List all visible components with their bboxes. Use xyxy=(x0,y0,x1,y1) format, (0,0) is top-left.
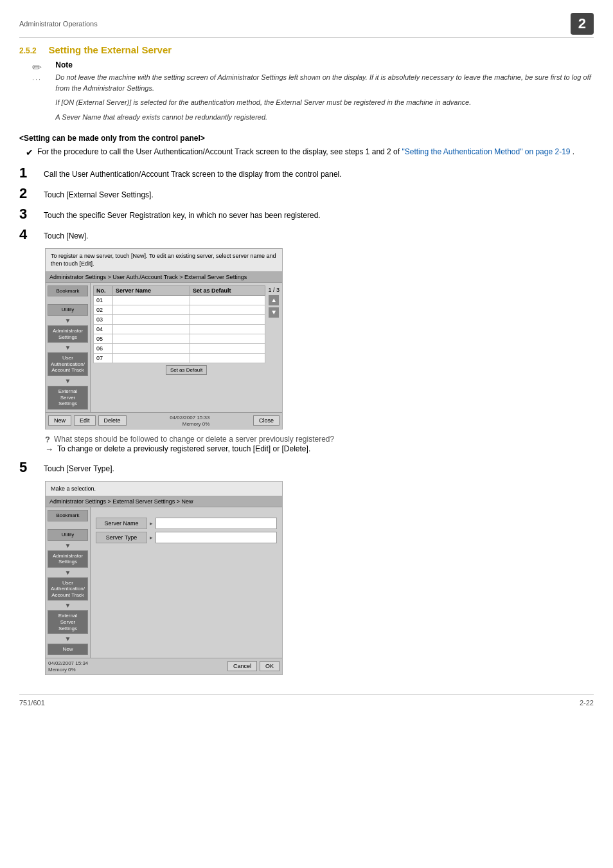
auth-method-link[interactable]: "Setting the Authentication Method" on p… xyxy=(402,147,570,156)
sc1-action-buttons: New Edit Delete xyxy=(48,415,127,426)
question-icon: ? xyxy=(45,435,50,444)
qa-question: ? What steps should be followed to chang… xyxy=(45,435,594,444)
sc2-datetime: 04/02/2007 15:34 xyxy=(48,660,88,666)
qa-answer-text: To change or delete a previously registe… xyxy=(57,444,310,454)
sc1-scroll-down-btn[interactable]: ▼ xyxy=(269,307,279,318)
table-row[interactable]: 02 xyxy=(94,305,265,314)
sc2-action-buttons: Cancel OK xyxy=(227,661,280,671)
sc1-table: No. Server Name Set as Default 01 02 03 … xyxy=(93,285,265,363)
step-4: 4 Touch [New]. xyxy=(19,228,594,242)
sc1-breadcrumb: Administrator Settings > User Auth./Acco… xyxy=(46,272,282,283)
footer-right: 2-22 xyxy=(580,699,594,707)
sc1-sidebar: Bookmark Utility ▼ Administrator Setting… xyxy=(46,283,91,412)
bullet-item: ✔ For the procedure to call the User Aut… xyxy=(26,147,594,159)
sc1-new-btn[interactable]: New xyxy=(48,415,71,426)
sc1-bookmark-btn[interactable]: Bookmark xyxy=(48,285,88,297)
dots-decoration: ··· xyxy=(32,75,42,83)
step-2: 2 Touch [External Sever Settings]. xyxy=(19,186,594,201)
note-block: ✏ ··· Note Do not leave the machine with… xyxy=(32,60,594,126)
step-2-text: Touch [External Sever Settings]. xyxy=(44,186,154,201)
table-row[interactable]: 05 xyxy=(94,334,265,343)
sc2-server-type-label: Server Type xyxy=(96,532,147,543)
sc2-arrow-2: ▼ xyxy=(48,569,88,576)
step-2-number: 2 xyxy=(19,186,37,201)
note-title: Note xyxy=(55,60,594,69)
sc1-col-server: Server Name xyxy=(113,285,190,295)
sc1-col-default: Set as Default xyxy=(190,285,265,295)
sc2-server-name-input[interactable] xyxy=(155,518,277,529)
sc1-user-btn[interactable]: User Authentication/ Account Track xyxy=(48,352,88,376)
step-4-number: 4 xyxy=(19,228,37,242)
sc2-server-name-arrow: ▸ xyxy=(150,520,153,527)
sc1-utility-btn[interactable]: Utility xyxy=(48,304,88,316)
sc1-datetime: 04/02/2007 15:33 xyxy=(170,415,209,420)
step-3-text: Touch the specific Sever Registration ke… xyxy=(44,207,321,221)
note-line-2: If [ON (External Server)] is selected fo… xyxy=(55,97,594,108)
sc2-server-name-label: Server Name xyxy=(96,518,147,529)
sc1-external-btn[interactable]: External Server Settings xyxy=(48,386,88,410)
table-row[interactable]: 04 xyxy=(94,324,265,334)
sc2-arrow-3: ▼ xyxy=(48,602,88,609)
sc1-close-btn[interactable]: Close xyxy=(253,415,280,426)
table-row[interactable]: 01 xyxy=(94,295,265,305)
sc2-bottom-bar: 04/02/2007 15:34 Memory 0% Cancel OK xyxy=(46,658,282,674)
header-bar: Administrator Operations 2 xyxy=(19,13,594,38)
sc1-pagination: 1 / 3 xyxy=(268,287,280,293)
footer-left: 751/601 xyxy=(19,699,45,707)
sc1-instruction: To register a new server, touch [New]. T… xyxy=(46,249,282,272)
note-line-1: Do not leave the machine with the settin… xyxy=(55,72,594,93)
table-row[interactable]: 03 xyxy=(94,314,265,324)
sc1-arrow-1: ▼ xyxy=(48,317,88,324)
qa-answer: → To change or delete a previously regis… xyxy=(45,444,594,454)
step-1-number: 1 xyxy=(19,166,37,180)
step-5-number: 5 xyxy=(19,460,37,475)
sc2-utility-btn[interactable]: Utility xyxy=(48,529,88,541)
section-number: 2.5.2 xyxy=(19,46,37,55)
page-badge: 2 xyxy=(571,13,594,35)
step-3-number: 3 xyxy=(19,207,37,221)
sc2-admin-btn[interactable]: Administrator Settings xyxy=(48,550,88,568)
footer: 751/601 2-22 xyxy=(19,694,594,707)
section-title: Setting the External Server xyxy=(48,44,172,55)
note-icon-area: ✏ ··· xyxy=(32,60,50,126)
pencil-icon: ✏ xyxy=(32,61,42,74)
checkmark-icon: ✔ xyxy=(26,147,33,159)
sc2-memory: Memory 0% xyxy=(48,667,76,673)
sc2-breadcrumb: Administrator Settings > External Server… xyxy=(46,496,282,507)
step-1-text: Call the User Authentication/Account Tra… xyxy=(44,166,342,180)
sc2-cancel-btn[interactable]: Cancel xyxy=(227,661,257,671)
sc1-edit-btn[interactable]: Edit xyxy=(74,415,96,426)
table-row[interactable]: 07 xyxy=(94,353,265,363)
qa-question-text: What steps should be followed to change … xyxy=(54,435,334,444)
sc2-bookmark-btn[interactable]: Bookmark xyxy=(48,510,88,521)
note-content: Note Do not leave the machine with the s… xyxy=(55,60,594,126)
screenshot-1: To register a new server, touch [New]. T… xyxy=(45,248,283,429)
table-row[interactable]: 06 xyxy=(94,343,265,353)
sc1-content: No. Server Name Set as Default 01 02 03 … xyxy=(91,283,282,412)
sc2-ok-btn[interactable]: OK xyxy=(260,661,280,671)
sc1-bottom-bar: New Edit Delete 04/02/2007 15:33 Memory … xyxy=(46,412,282,429)
sc2-server-type-input[interactable] xyxy=(155,532,277,543)
sc2-new-btn[interactable]: New xyxy=(48,644,88,655)
sc2-server-type-arrow: ▸ xyxy=(150,534,153,541)
sc1-set-default-btn[interactable]: Set as Default xyxy=(166,365,207,375)
sc1-main: Bookmark Utility ▼ Administrator Setting… xyxy=(46,283,282,412)
sc2-user-btn[interactable]: User Authentication/ Account Track xyxy=(48,577,88,601)
sc1-col-no: No. xyxy=(94,285,113,295)
sc2-server-type-row: Server Type ▸ xyxy=(96,532,277,543)
arrow-icon: → xyxy=(45,444,53,454)
sc1-delete-btn[interactable]: Delete xyxy=(98,415,127,426)
sc2-instruction: Make a selection. xyxy=(46,482,282,497)
sc2-sidebar: Bookmark Utility ▼ Administrator Setting… xyxy=(46,507,91,658)
sc1-scroll-up-btn[interactable]: ▲ xyxy=(269,295,279,305)
step-4-text: Touch [New]. xyxy=(44,228,88,242)
step-1: 1 Call the User Authentication/Account T… xyxy=(19,166,594,180)
setting-panel-note: <Setting can be made only from the contr… xyxy=(19,134,594,143)
sc2-external-btn[interactable]: External Server Settings xyxy=(48,610,88,634)
sc1-arrow-3: ▼ xyxy=(48,377,88,384)
sc1-memory: Memory 0% xyxy=(182,421,210,427)
section-heading: 2.5.2 Setting the External Server xyxy=(19,44,594,55)
bullet-text: For the procedure to call the User Authe… xyxy=(37,147,574,159)
sc1-admin-btn[interactable]: Administrator Settings xyxy=(48,325,88,343)
step-3: 3 Touch the specific Sever Registration … xyxy=(19,207,594,221)
